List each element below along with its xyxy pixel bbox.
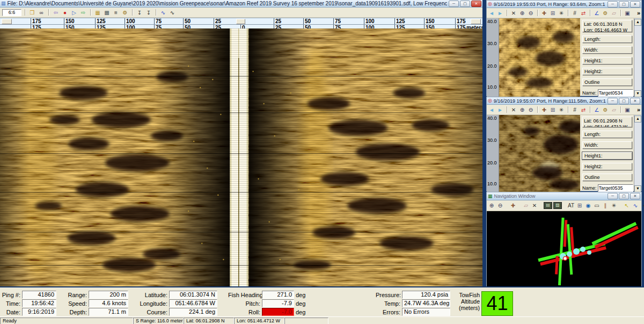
crosshair-icon[interactable]: ✳ [558,106,565,113]
swap-channels-icon[interactable]: ⇄ [580,106,587,113]
next-ping-icon[interactable]: ► [496,10,504,17]
zoom-ratio-field[interactable]: 6:6 [2,9,21,16]
minimize-button[interactable]: ─ [608,98,618,104]
zoom-in-icon[interactable]: ⊕ [518,106,526,113]
stop-icon[interactable]: ● [61,9,69,16]
select-area-icon[interactable]: ▭ [593,202,601,209]
swath-icon[interactable]: ∥ [602,202,609,209]
bottom-track-left-icon[interactable]: ↧ [136,9,143,16]
cursor-icon[interactable]: ↖ [623,202,631,209]
profile-dark-icon[interactable]: ∿ [169,9,176,16]
close-button[interactable]: ✕ [630,98,640,104]
forward-icon[interactable]: ⇨ [79,9,87,16]
ruler-scroll-button[interactable] [2,19,12,24]
profile-chart-icon[interactable]: ∿ [632,202,639,209]
bottom-track-right-icon[interactable]: ↧ [145,9,152,16]
zoom-in-icon[interactable]: ⊕ [518,10,526,17]
eraser-icon[interactable]: ▱ [522,202,530,209]
measurement-field-button[interactable]: Height2: [582,163,632,170]
more-tools-chevron[interactable]: » [637,106,640,113]
maximize-button[interactable]: ▢ [619,193,629,199]
more-tools-chevron[interactable]: » [637,10,640,16]
globe-icon[interactable]: ◉ [584,202,592,209]
measurement-field-button[interactable]: Height2: [582,68,632,75]
swap-channels-icon[interactable]: ⇄ [580,10,587,17]
scroll-up-arrow[interactable]: ▲ [634,116,641,123]
zoom-out-icon[interactable]: ⊖ [527,106,535,113]
status-field-row: Longitude: 051:46.6784 W [137,299,219,307]
palette-icon[interactable]: ⚙ [602,10,609,17]
search-icon[interactable]: ∞ [38,9,45,16]
target-name-input[interactable] [598,89,633,97]
next-ping-icon[interactable]: ► [496,106,504,113]
maximize-button[interactable]: ▢ [619,1,629,8]
target1-latlon-box[interactable]: Lat: 06:01.3018 N Lon: 051:46.4663 W [582,20,632,32]
delete-icon[interactable]: ✕ [531,202,538,209]
minimize-button[interactable]: ─ [449,1,459,7]
pan-hand-icon[interactable]: ✚ [540,10,548,17]
save-icon[interactable]: ▣ [624,10,631,17]
measurement-field-button[interactable]: Width: [582,141,632,149]
delete-target-icon[interactable]: ✕ [510,106,517,113]
grid-icon[interactable]: ⊞ [576,202,583,209]
star-icon[interactable]: ✳ [610,202,618,209]
crosshair-icon[interactable]: ✳ [558,10,565,17]
image-settings-icon[interactable]: ▩ [103,9,111,16]
pan-hand-icon[interactable]: ✚ [540,106,548,113]
measure-icon[interactable]: ∠ [593,10,601,17]
measurement-field-button[interactable]: Height1: [582,57,632,64]
play-icon[interactable]: ▷ [70,9,78,16]
grid-icon[interactable]: # [571,106,579,113]
zoom-out-icon[interactable]: ⊖ [527,10,535,17]
maximize-button[interactable]: ▢ [460,1,470,7]
display-mode-icon[interactable]: ▦ [94,9,101,16]
delete-target-icon[interactable]: ✕ [510,10,517,17]
target2-scrollbar[interactable]: ▲ ▼ [634,115,641,193]
ruler-scroll-button-right[interactable] [471,19,481,24]
eraser-icon[interactable]: ▱ [610,10,618,17]
zoom-box-icon[interactable]: ▪ [640,202,644,209]
measurement-field-button[interactable]: Outline [582,174,632,181]
measurement-field-button[interactable]: Length: [582,35,632,43]
target-name-input[interactable] [598,184,633,192]
rewind-icon[interactable]: ⇦ [52,9,60,16]
minimize-button[interactable]: ─ [608,1,618,8]
scroll-up-arrow[interactable]: ▲ [634,19,641,26]
zoom-in-icon[interactable]: ⊕ [488,202,495,209]
open-file-icon[interactable]: ❒ [28,9,36,16]
close-button[interactable]: ✕ [471,1,481,7]
measurement-field-button[interactable]: Width: [582,46,632,54]
sonar-waterfall-display[interactable] [0,28,482,286]
track-list-icon[interactable]: ▤ [544,202,552,209]
target2-sonar-image[interactable] [499,115,580,193]
prev-ping-icon[interactable]: ◄ [488,106,495,113]
measurement-field-button[interactable]: Height1: [582,152,632,160]
mosaic-icon[interactable]: ▨ [553,202,562,209]
target2-latlon-box[interactable]: Lat: 06:01.2908 N Lon: 051:46.4712 W [582,117,632,127]
target1-sonar-image[interactable] [499,18,580,98]
measurement-field-button[interactable]: Outline [582,78,632,86]
close-button[interactable]: ✕ [630,1,640,8]
profile-blue-icon[interactable]: ∿ [159,9,167,16]
measure-icon[interactable]: ∠ [593,106,601,113]
minimize-button[interactable]: ─ [608,193,618,199]
auto-track-icon[interactable]: AT [567,202,575,209]
maximize-button[interactable]: ▢ [619,98,629,104]
grid-icon[interactable]: # [571,10,579,17]
fit-window-icon[interactable]: ⊞ [549,10,557,17]
target1-scrollbar[interactable]: ▲ ▼ [634,18,641,98]
measurement-field-button[interactable]: Length: [582,131,632,138]
palette-icon[interactable]: ⚙ [602,106,609,113]
prev-ping-icon[interactable]: ◄ [488,10,495,17]
gain-sliders-icon[interactable]: ≡ [112,9,120,16]
target2-toolbar: ◄►✕⊕⊖✚⊞✳#⇄∠⚙▱▣ » [487,105,641,115]
fit-window-icon[interactable]: ⊞ [549,106,557,113]
eraser-icon[interactable]: ▱ [610,106,618,113]
close-button[interactable]: ✕ [630,193,640,199]
zoom-out-icon[interactable]: ⊖ [496,202,504,209]
center-marker-button[interactable] [236,19,245,24]
palette-icon[interactable]: ⚙ [121,9,129,16]
pan-hand-icon[interactable]: ✚ [509,202,517,209]
navigation-map[interactable] [487,211,641,287]
save-icon[interactable]: ▣ [624,106,631,113]
